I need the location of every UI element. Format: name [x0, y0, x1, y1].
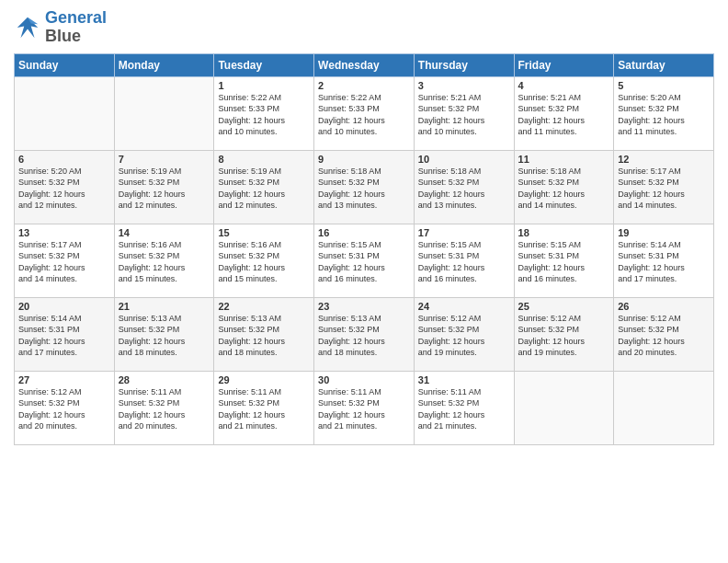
- cell-info: Sunrise: 5:16 AMSunset: 5:32 PMDaylight:…: [218, 239, 310, 285]
- day-number: 14: [119, 227, 210, 238]
- calendar-cell: [15, 76, 115, 150]
- cell-info: Sunrise: 5:18 AMSunset: 5:32 PMDaylight:…: [318, 166, 410, 212]
- weekday-header-saturday: Saturday: [614, 53, 714, 76]
- cell-info: Sunrise: 5:15 AMSunset: 5:31 PMDaylight:…: [518, 239, 610, 285]
- cell-info: Sunrise: 5:20 AMSunset: 5:32 PMDaylight:…: [618, 92, 710, 138]
- calendar-cell: 17Sunrise: 5:15 AMSunset: 5:31 PMDayligh…: [414, 224, 514, 297]
- cell-info: Sunrise: 5:12 AMSunset: 5:32 PMDaylight:…: [418, 313, 510, 359]
- day-number: 10: [418, 154, 510, 165]
- calendar-cell: 1Sunrise: 5:22 AMSunset: 5:33 PMDaylight…: [214, 76, 314, 150]
- calendar-cell: 10Sunrise: 5:18 AMSunset: 5:32 PMDayligh…: [414, 150, 514, 224]
- day-number: 15: [218, 227, 310, 238]
- weekday-header-sunday: Sunday: [15, 53, 115, 76]
- calendar-cell: 28Sunrise: 5:11 AMSunset: 5:32 PMDayligh…: [114, 371, 214, 444]
- calendar-cell: 27Sunrise: 5:12 AMSunset: 5:32 PMDayligh…: [15, 371, 115, 444]
- cell-info: Sunrise: 5:13 AMSunset: 5:32 PMDaylight:…: [119, 313, 210, 359]
- day-number: 22: [218, 301, 310, 312]
- day-number: 19: [618, 227, 710, 238]
- day-number: 3: [418, 80, 510, 91]
- calendar-cell: 30Sunrise: 5:11 AMSunset: 5:32 PMDayligh…: [314, 371, 415, 444]
- day-number: 29: [218, 374, 310, 385]
- calendar-cell: 9Sunrise: 5:18 AMSunset: 5:32 PMDaylight…: [314, 150, 415, 224]
- day-number: 9: [318, 154, 410, 165]
- logo: General Blue: [14, 9, 107, 46]
- cell-info: Sunrise: 5:17 AMSunset: 5:32 PMDaylight:…: [618, 166, 710, 212]
- calendar-cell: 8Sunrise: 5:19 AMSunset: 5:32 PMDaylight…: [214, 150, 314, 224]
- svg-marker-0: [17, 17, 39, 39]
- cell-info: Sunrise: 5:12 AMSunset: 5:32 PMDaylight:…: [18, 386, 110, 432]
- day-number: 25: [518, 301, 610, 312]
- day-number: 18: [518, 227, 610, 238]
- cell-info: Sunrise: 5:19 AMSunset: 5:32 PMDaylight:…: [119, 166, 210, 212]
- calendar-cell: 2Sunrise: 5:22 AMSunset: 5:33 PMDaylight…: [314, 76, 415, 150]
- logo-icon: [14, 14, 41, 41]
- weekday-header-monday: Monday: [114, 53, 214, 76]
- cell-info: Sunrise: 5:13 AMSunset: 5:32 PMDaylight:…: [218, 313, 310, 359]
- calendar-cell: 22Sunrise: 5:13 AMSunset: 5:32 PMDayligh…: [214, 297, 314, 371]
- calendar-cell: 25Sunrise: 5:12 AMSunset: 5:32 PMDayligh…: [514, 297, 614, 371]
- logo-text: General Blue: [45, 9, 107, 46]
- calendar-cell: 24Sunrise: 5:12 AMSunset: 5:32 PMDayligh…: [414, 297, 514, 371]
- week-row-2: 6Sunrise: 5:20 AMSunset: 5:32 PMDaylight…: [15, 150, 714, 224]
- cell-info: Sunrise: 5:11 AMSunset: 5:32 PMDaylight:…: [218, 386, 310, 432]
- week-row-3: 13Sunrise: 5:17 AMSunset: 5:32 PMDayligh…: [15, 224, 714, 297]
- day-number: 16: [318, 227, 410, 238]
- day-number: 1: [218, 80, 310, 91]
- weekday-header-thursday: Thursday: [414, 53, 514, 76]
- day-number: 20: [18, 301, 110, 312]
- day-number: 26: [618, 301, 710, 312]
- weekday-header-friday: Friday: [514, 53, 614, 76]
- page: General Blue SundayMondayTuesdayWednesda…: [0, 0, 728, 563]
- weekday-header-wednesday: Wednesday: [314, 53, 415, 76]
- cell-info: Sunrise: 5:12 AMSunset: 5:32 PMDaylight:…: [618, 313, 710, 359]
- calendar-cell: 31Sunrise: 5:11 AMSunset: 5:32 PMDayligh…: [414, 371, 514, 444]
- calendar: SundayMondayTuesdayWednesdayThursdayFrid…: [14, 53, 714, 445]
- calendar-cell: [114, 76, 214, 150]
- week-row-1: 1Sunrise: 5:22 AMSunset: 5:33 PMDaylight…: [15, 76, 714, 150]
- header: General Blue: [14, 9, 714, 46]
- calendar-cell: 11Sunrise: 5:18 AMSunset: 5:32 PMDayligh…: [514, 150, 614, 224]
- cell-info: Sunrise: 5:15 AMSunset: 5:31 PMDaylight:…: [318, 239, 410, 285]
- calendar-cell: 21Sunrise: 5:13 AMSunset: 5:32 PMDayligh…: [114, 297, 214, 371]
- calendar-cell: 16Sunrise: 5:15 AMSunset: 5:31 PMDayligh…: [314, 224, 415, 297]
- cell-info: Sunrise: 5:21 AMSunset: 5:32 PMDaylight:…: [518, 92, 610, 138]
- cell-info: Sunrise: 5:11 AMSunset: 5:32 PMDaylight:…: [318, 386, 410, 432]
- calendar-cell: 6Sunrise: 5:20 AMSunset: 5:32 PMDaylight…: [15, 150, 115, 224]
- week-row-5: 27Sunrise: 5:12 AMSunset: 5:32 PMDayligh…: [15, 371, 714, 444]
- cell-info: Sunrise: 5:20 AMSunset: 5:32 PMDaylight:…: [18, 166, 110, 212]
- calendar-cell: 3Sunrise: 5:21 AMSunset: 5:32 PMDaylight…: [414, 76, 514, 150]
- calendar-cell: 5Sunrise: 5:20 AMSunset: 5:32 PMDaylight…: [614, 76, 714, 150]
- cell-info: Sunrise: 5:18 AMSunset: 5:32 PMDaylight:…: [518, 166, 610, 212]
- calendar-cell: 15Sunrise: 5:16 AMSunset: 5:32 PMDayligh…: [214, 224, 314, 297]
- day-number: 13: [18, 227, 110, 238]
- calendar-cell: 14Sunrise: 5:16 AMSunset: 5:32 PMDayligh…: [114, 224, 214, 297]
- day-number: 30: [318, 374, 410, 385]
- cell-info: Sunrise: 5:16 AMSunset: 5:32 PMDaylight:…: [119, 239, 210, 285]
- cell-info: Sunrise: 5:11 AMSunset: 5:32 PMDaylight:…: [418, 386, 510, 432]
- calendar-cell: [514, 371, 614, 444]
- day-number: 8: [218, 154, 310, 165]
- day-number: 11: [518, 154, 610, 165]
- calendar-cell: 20Sunrise: 5:14 AMSunset: 5:31 PMDayligh…: [15, 297, 115, 371]
- day-number: 6: [18, 154, 110, 165]
- calendar-cell: 26Sunrise: 5:12 AMSunset: 5:32 PMDayligh…: [614, 297, 714, 371]
- cell-info: Sunrise: 5:22 AMSunset: 5:33 PMDaylight:…: [318, 92, 410, 138]
- cell-info: Sunrise: 5:14 AMSunset: 5:31 PMDaylight:…: [18, 313, 110, 359]
- day-number: 31: [418, 374, 510, 385]
- cell-info: Sunrise: 5:18 AMSunset: 5:32 PMDaylight:…: [418, 166, 510, 212]
- cell-info: Sunrise: 5:15 AMSunset: 5:31 PMDaylight:…: [418, 239, 510, 285]
- day-number: 7: [119, 154, 210, 165]
- weekday-header-row: SundayMondayTuesdayWednesdayThursdayFrid…: [15, 53, 714, 76]
- day-number: 2: [318, 80, 410, 91]
- calendar-cell: 12Sunrise: 5:17 AMSunset: 5:32 PMDayligh…: [614, 150, 714, 224]
- cell-info: Sunrise: 5:11 AMSunset: 5:32 PMDaylight:…: [119, 386, 210, 432]
- cell-info: Sunrise: 5:22 AMSunset: 5:33 PMDaylight:…: [218, 92, 310, 138]
- calendar-cell: 18Sunrise: 5:15 AMSunset: 5:31 PMDayligh…: [514, 224, 614, 297]
- cell-info: Sunrise: 5:19 AMSunset: 5:32 PMDaylight:…: [218, 166, 310, 212]
- day-number: 28: [119, 374, 210, 385]
- weekday-header-tuesday: Tuesday: [214, 53, 314, 76]
- week-row-4: 20Sunrise: 5:14 AMSunset: 5:31 PMDayligh…: [15, 297, 714, 371]
- cell-info: Sunrise: 5:12 AMSunset: 5:32 PMDaylight:…: [518, 313, 610, 359]
- day-number: 24: [418, 301, 510, 312]
- calendar-cell: [614, 371, 714, 444]
